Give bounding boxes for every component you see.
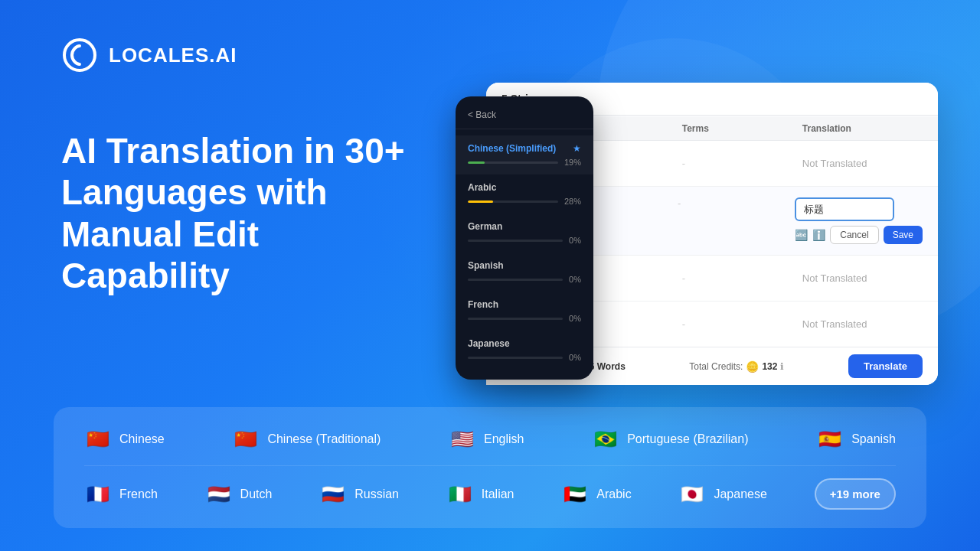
row4-translation: Not Translated bbox=[802, 318, 923, 330]
phone-pct: 0% bbox=[569, 275, 581, 284]
phone-language-item-arabic[interactable]: Arabic 28% bbox=[456, 174, 593, 214]
credits-value: 132 bbox=[762, 361, 777, 372]
translate-icon: 🔤 bbox=[795, 229, 808, 241]
flag-dutch: 🇳🇱 bbox=[205, 481, 233, 508]
phone-header: < Back bbox=[456, 96, 593, 129]
row1-terms: - bbox=[682, 158, 802, 169]
logo-text: LOCALES.AI bbox=[109, 44, 237, 67]
languages-row-2: 🇫🇷 French 🇳🇱 Dutch 🇷🇺 Russian 🇮🇹 Italian… bbox=[84, 478, 896, 510]
lang-name-italian: Italian bbox=[482, 487, 514, 501]
flag-italian: 🇮🇹 bbox=[446, 481, 474, 508]
flag-french: 🇫🇷 bbox=[84, 481, 112, 508]
languages-strip: 🇨🇳 Chinese 🇨🇳 Chinese (Traditional) 🇺🇸 E… bbox=[54, 407, 926, 528]
row1-translation: Not Translated bbox=[802, 158, 923, 169]
credits-info: Total Credits: 🪙 132 ℹ bbox=[689, 360, 784, 373]
lang-item-english: 🇺🇸 English bbox=[449, 425, 524, 453]
phone-language-item-chinese[interactable]: Chinese (Simplified) ★ 19% bbox=[456, 135, 593, 174]
phone-language-item-german[interactable]: German 0% bbox=[456, 214, 593, 253]
lang-item-french: 🇫🇷 French bbox=[84, 481, 158, 508]
lang-item-portuguese: 🇧🇷 Portuguese (Brazilian) bbox=[592, 425, 748, 453]
lang-item-chinese-traditional: 🇨🇳 Chinese (Traditional) bbox=[232, 425, 381, 453]
lang-name-portuguese: Portuguese (Brazilian) bbox=[627, 432, 748, 446]
cancel-button[interactable]: Cancel bbox=[830, 226, 878, 244]
lang-name-russian: Russian bbox=[354, 487, 399, 501]
translate-button[interactable]: Translate bbox=[848, 354, 923, 378]
back-button[interactable]: < Back bbox=[468, 109, 496, 120]
flag-arabic: 🇦🇪 bbox=[561, 481, 589, 508]
row4-terms: - bbox=[682, 318, 802, 330]
hero-title: AI Translation in 30+ Languages with Man… bbox=[61, 130, 413, 296]
col-translation: Translation bbox=[802, 123, 923, 134]
lang-name-japanese: Japanese bbox=[714, 487, 766, 501]
flag-english: 🇺🇸 bbox=[449, 425, 476, 453]
flag-japanese: 🇯🇵 bbox=[678, 481, 706, 508]
phone-mockup: < Back Chinese (Simplified) ★ 19% bbox=[456, 96, 593, 380]
lang-name-spanish: Spanish bbox=[851, 432, 896, 446]
lang-name-arabic: Arabic bbox=[596, 487, 631, 501]
row2-terms: - bbox=[678, 197, 795, 209]
lang-name-french: French bbox=[119, 487, 158, 501]
lang-item-arabic: 🇦🇪 Arabic bbox=[561, 481, 631, 508]
flag-portuguese: 🇧🇷 bbox=[592, 425, 619, 453]
phone-lang-name: Chinese (Simplified) bbox=[468, 143, 556, 154]
phone-lang-name: Japanese bbox=[468, 338, 510, 349]
phone-pct: 0% bbox=[569, 353, 581, 362]
row3-terms: - bbox=[682, 272, 802, 284]
lang-item-spanish: 🇪🇸 Spanish bbox=[816, 425, 896, 453]
info-icon: ℹ️ bbox=[812, 229, 825, 241]
save-button[interactable]: Save bbox=[884, 226, 923, 244]
flag-spanish: 🇪🇸 bbox=[816, 425, 844, 453]
row3-translation: Not Translated bbox=[802, 272, 923, 284]
phone-pct: 19% bbox=[564, 158, 581, 167]
lang-item-russian: 🇷🇺 Russian bbox=[319, 481, 399, 508]
phone-lang-name: French bbox=[468, 299, 498, 310]
flag-chinese: 🇨🇳 bbox=[84, 425, 112, 453]
lang-name-dutch: Dutch bbox=[240, 487, 273, 501]
flag-chinese-traditional: 🇨🇳 bbox=[232, 425, 260, 453]
phone-language-item-spanish[interactable]: Spanish 0% bbox=[456, 253, 593, 292]
phone-lang-name: Spanish bbox=[468, 260, 504, 271]
hero-text: AI Translation in 30+ Languages with Man… bbox=[61, 130, 413, 296]
lang-divider bbox=[84, 465, 896, 466]
phone-pct: 28% bbox=[564, 197, 581, 206]
translation-input[interactable] bbox=[795, 197, 894, 221]
languages-row-1: 🇨🇳 Chinese 🇨🇳 Chinese (Traditional) 🇺🇸 E… bbox=[84, 425, 896, 453]
phone-lang-name: Arabic bbox=[468, 182, 496, 193]
lang-item-chinese: 🇨🇳 Chinese bbox=[84, 425, 165, 453]
phone-pct: 0% bbox=[569, 314, 581, 323]
col-terms: Terms bbox=[682, 123, 802, 134]
lang-name-chinese: Chinese bbox=[119, 432, 165, 446]
star-icon: ★ bbox=[573, 143, 581, 154]
words-count: 6 Words bbox=[590, 361, 626, 372]
lang-name-english: English bbox=[484, 432, 524, 446]
lang-name-chinese-traditional: Chinese (Traditional) bbox=[267, 432, 381, 446]
credits-label: Total Credits: bbox=[689, 361, 743, 372]
more-languages-button[interactable]: +19 more bbox=[815, 478, 896, 510]
row2-translation-area: 🔤 ℹ️ Cancel Save bbox=[795, 197, 923, 244]
lang-item-japanese: 🇯🇵 Japanese bbox=[678, 481, 766, 508]
phone-lang-name: German bbox=[468, 221, 502, 232]
phone-language-item-japanese[interactable]: Japanese 0% bbox=[456, 331, 593, 370]
logo-area: LOCALES.AI bbox=[61, 37, 237, 73]
credits-help-icon: ℹ bbox=[780, 361, 784, 372]
lang-item-italian: 🇮🇹 Italian bbox=[446, 481, 514, 508]
mockup-area: 5 Strings Description Terms Translation … bbox=[456, 83, 938, 396]
flag-russian: 🇷🇺 bbox=[319, 481, 347, 508]
phone-language-list: Chinese (Simplified) ★ 19% Arabic bbox=[456, 129, 593, 376]
phone-language-item-french[interactable]: French 0% bbox=[456, 292, 593, 331]
phone-pct: 0% bbox=[569, 236, 581, 245]
lang-item-dutch: 🇳🇱 Dutch bbox=[205, 481, 273, 508]
logo-icon bbox=[61, 37, 98, 73]
